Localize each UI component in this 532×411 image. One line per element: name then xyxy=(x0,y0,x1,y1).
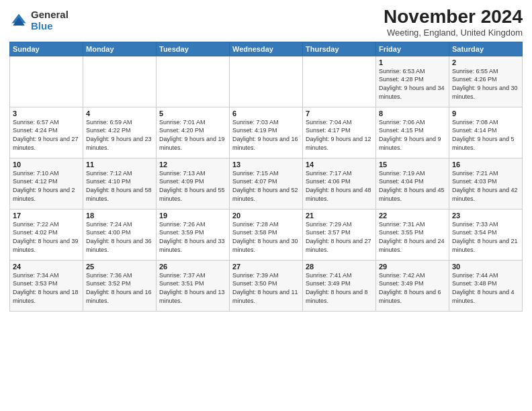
day-info: Sunrise: 7:26 AMSunset: 3:59 PMDaylight:… xyxy=(159,220,226,254)
calendar-week-row-3: 10Sunrise: 7:10 AMSunset: 4:12 PMDayligh… xyxy=(10,158,523,209)
day-info: Sunrise: 7:34 AMSunset: 3:53 PMDaylight:… xyxy=(13,271,80,305)
day-info: Sunrise: 7:37 AMSunset: 3:51 PMDaylight:… xyxy=(159,271,226,305)
calendar-cell: 2Sunrise: 6:55 AMSunset: 4:26 PMDaylight… xyxy=(449,56,523,107)
calendar-week-row-4: 17Sunrise: 7:22 AMSunset: 4:02 PMDayligh… xyxy=(10,209,523,260)
header-sunday: Sunday xyxy=(10,42,83,56)
calendar-week-row-5: 24Sunrise: 7:34 AMSunset: 3:53 PMDayligh… xyxy=(10,260,523,311)
calendar-cell xyxy=(83,56,157,107)
header-thursday: Thursday xyxy=(303,42,376,56)
day-number: 10 xyxy=(13,161,80,169)
calendar-cell: 17Sunrise: 7:22 AMSunset: 4:02 PMDayligh… xyxy=(10,209,83,260)
day-info: Sunrise: 7:42 AMSunset: 3:49 PMDaylight:… xyxy=(379,271,446,305)
day-number: 24 xyxy=(13,263,80,271)
logo: General Blue xyxy=(9,9,69,32)
day-info: Sunrise: 7:15 AMSunset: 4:07 PMDaylight:… xyxy=(232,169,300,203)
day-number: 2 xyxy=(452,58,519,66)
day-info: Sunrise: 6:55 AMSunset: 4:26 PMDaylight:… xyxy=(452,67,519,101)
day-info: Sunrise: 7:24 AMSunset: 4:00 PMDaylight:… xyxy=(86,220,153,254)
calendar-cell: 5Sunrise: 7:01 AMSunset: 4:20 PMDaylight… xyxy=(157,107,230,158)
calendar-cell: 29Sunrise: 7:42 AMSunset: 3:49 PMDayligh… xyxy=(376,260,449,311)
calendar-cell xyxy=(230,56,303,107)
header-friday: Friday xyxy=(376,42,449,56)
day-info: Sunrise: 7:06 AMSunset: 4:15 PMDaylight:… xyxy=(379,118,446,152)
calendar-cell: 23Sunrise: 7:33 AMSunset: 3:54 PMDayligh… xyxy=(449,209,523,260)
month-title: November 2024 xyxy=(384,7,523,28)
day-number: 11 xyxy=(86,161,153,169)
day-info: Sunrise: 7:44 AMSunset: 3:48 PMDaylight:… xyxy=(452,271,519,305)
day-number: 27 xyxy=(232,263,300,271)
day-info: Sunrise: 6:57 AMSunset: 4:24 PMDaylight:… xyxy=(13,118,80,152)
day-number: 7 xyxy=(306,109,373,118)
location: Weeting, England, United Kingdom xyxy=(384,28,523,38)
calendar-cell: 12Sunrise: 7:13 AMSunset: 4:09 PMDayligh… xyxy=(157,158,230,209)
day-info: Sunrise: 7:10 AMSunset: 4:12 PMDaylight:… xyxy=(13,169,80,203)
day-number: 20 xyxy=(232,212,300,220)
day-info: Sunrise: 7:41 AMSunset: 3:49 PMDaylight:… xyxy=(306,271,373,305)
calendar-cell: 6Sunrise: 7:03 AMSunset: 4:19 PMDaylight… xyxy=(230,107,303,158)
day-info: Sunrise: 7:03 AMSunset: 4:19 PMDaylight:… xyxy=(232,118,300,152)
header-tuesday: Tuesday xyxy=(157,42,230,56)
day-number: 16 xyxy=(452,161,519,169)
day-number: 18 xyxy=(86,212,153,220)
calendar-cell: 19Sunrise: 7:26 AMSunset: 3:59 PMDayligh… xyxy=(157,209,230,260)
day-number: 9 xyxy=(452,109,519,118)
day-number: 30 xyxy=(452,263,519,271)
day-number: 5 xyxy=(159,109,226,118)
header-wednesday: Wednesday xyxy=(230,42,303,56)
calendar-cell: 24Sunrise: 7:34 AMSunset: 3:53 PMDayligh… xyxy=(10,260,83,311)
day-info: Sunrise: 6:59 AMSunset: 4:22 PMDaylight:… xyxy=(86,118,153,152)
calendar-cell: 22Sunrise: 7:31 AMSunset: 3:55 PMDayligh… xyxy=(376,209,449,260)
day-number: 28 xyxy=(306,263,373,271)
calendar-cell: 20Sunrise: 7:28 AMSunset: 3:58 PMDayligh… xyxy=(230,209,303,260)
logo-blue-text: Blue xyxy=(31,21,69,32)
day-number: 12 xyxy=(159,161,226,169)
calendar-cell xyxy=(10,56,83,107)
header-saturday: Saturday xyxy=(449,42,523,56)
calendar-cell: 25Sunrise: 7:36 AMSunset: 3:52 PMDayligh… xyxy=(83,260,157,311)
day-number: 19 xyxy=(159,212,226,220)
day-number: 14 xyxy=(306,161,373,169)
title-block: November 2024 Weeting, England, United K… xyxy=(384,7,523,38)
day-info: Sunrise: 6:53 AMSunset: 4:28 PMDaylight:… xyxy=(379,67,446,101)
calendar-cell: 14Sunrise: 7:17 AMSunset: 4:06 PMDayligh… xyxy=(303,158,376,209)
day-number: 29 xyxy=(379,263,446,271)
calendar-cell: 18Sunrise: 7:24 AMSunset: 4:00 PMDayligh… xyxy=(83,209,157,260)
day-info: Sunrise: 7:12 AMSunset: 4:10 PMDaylight:… xyxy=(86,169,153,203)
calendar-cell: 28Sunrise: 7:41 AMSunset: 3:49 PMDayligh… xyxy=(303,260,376,311)
day-info: Sunrise: 7:39 AMSunset: 3:50 PMDaylight:… xyxy=(232,271,300,305)
calendar-cell: 3Sunrise: 6:57 AMSunset: 4:24 PMDaylight… xyxy=(10,107,83,158)
calendar-cell: 27Sunrise: 7:39 AMSunset: 3:50 PMDayligh… xyxy=(230,260,303,311)
day-number: 8 xyxy=(379,109,446,118)
calendar-cell: 30Sunrise: 7:44 AMSunset: 3:48 PMDayligh… xyxy=(449,260,523,311)
day-info: Sunrise: 7:36 AMSunset: 3:52 PMDaylight:… xyxy=(86,271,153,305)
day-number: 4 xyxy=(86,109,153,118)
calendar-cell xyxy=(303,56,376,107)
day-number: 6 xyxy=(232,109,300,118)
day-info: Sunrise: 7:17 AMSunset: 4:06 PMDaylight:… xyxy=(306,169,373,203)
calendar-cell: 15Sunrise: 7:19 AMSunset: 4:04 PMDayligh… xyxy=(376,158,449,209)
day-info: Sunrise: 7:19 AMSunset: 4:04 PMDaylight:… xyxy=(379,169,446,203)
day-number: 1 xyxy=(379,58,446,66)
day-number: 26 xyxy=(159,263,226,271)
calendar-cell: 9Sunrise: 7:08 AMSunset: 4:14 PMDaylight… xyxy=(449,107,523,158)
header-monday: Monday xyxy=(83,42,157,56)
calendar-cell: 11Sunrise: 7:12 AMSunset: 4:10 PMDayligh… xyxy=(83,158,157,209)
calendar-cell: 7Sunrise: 7:04 AMSunset: 4:17 PMDaylight… xyxy=(303,107,376,158)
page-header: General Blue November 2024 Weeting, Engl… xyxy=(9,7,523,38)
calendar-header-row: Sunday Monday Tuesday Wednesday Thursday… xyxy=(10,42,523,56)
day-info: Sunrise: 7:01 AMSunset: 4:20 PMDaylight:… xyxy=(159,118,226,152)
day-info: Sunrise: 7:13 AMSunset: 4:09 PMDaylight:… xyxy=(159,169,226,203)
calendar-cell: 26Sunrise: 7:37 AMSunset: 3:51 PMDayligh… xyxy=(157,260,230,311)
day-number: 3 xyxy=(13,109,80,118)
day-number: 15 xyxy=(379,161,446,169)
day-info: Sunrise: 7:28 AMSunset: 3:58 PMDaylight:… xyxy=(232,220,300,254)
day-info: Sunrise: 7:08 AMSunset: 4:14 PMDaylight:… xyxy=(452,118,519,152)
day-number: 22 xyxy=(379,212,446,220)
day-number: 21 xyxy=(306,212,373,220)
logo-icon xyxy=(9,11,28,30)
day-number: 25 xyxy=(86,263,153,271)
calendar-cell: 10Sunrise: 7:10 AMSunset: 4:12 PMDayligh… xyxy=(10,158,83,209)
calendar-cell: 16Sunrise: 7:21 AMSunset: 4:03 PMDayligh… xyxy=(449,158,523,209)
day-info: Sunrise: 7:22 AMSunset: 4:02 PMDaylight:… xyxy=(13,220,80,254)
day-info: Sunrise: 7:04 AMSunset: 4:17 PMDaylight:… xyxy=(306,118,373,152)
